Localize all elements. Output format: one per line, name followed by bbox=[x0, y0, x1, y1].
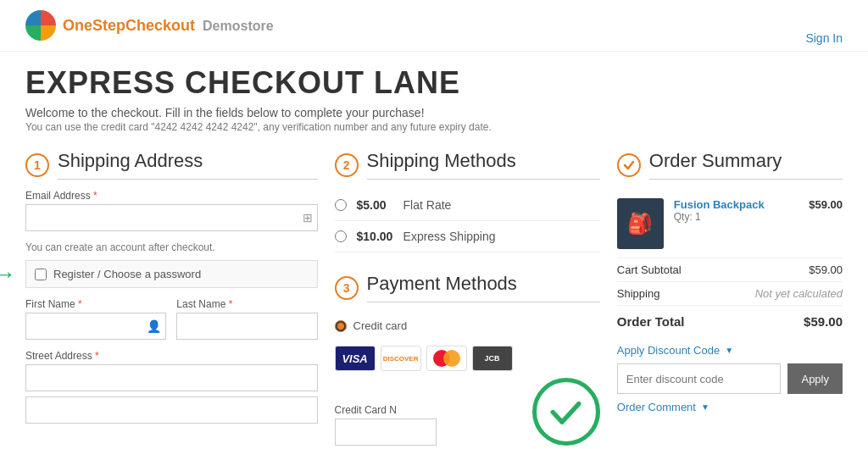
section-title-payment: Payment Methods bbox=[367, 273, 600, 302]
register-checkbox[interactable] bbox=[35, 269, 47, 280]
express-price: $10.00 bbox=[357, 230, 403, 243]
account-hint: You can create an account after checkout… bbox=[25, 241, 318, 253]
discount-input-row: Apply bbox=[617, 363, 843, 394]
shipping-row-value: Not yet calculated bbox=[755, 287, 843, 300]
first-name-group: First Name * 👤 bbox=[25, 298, 166, 340]
step-badge-1: 1 bbox=[25, 153, 49, 177]
order-total-label: Order Total bbox=[617, 314, 685, 329]
order-item: 🎒 Fusion Backpack Qty: 1 $59.00 bbox=[617, 190, 843, 258]
street-inputs bbox=[25, 364, 318, 424]
page-title: EXPRESS CHECKOUT LANE bbox=[25, 65, 843, 101]
shipping-row: Shipping Not yet calculated bbox=[617, 282, 843, 306]
logo-brand: OneStepCheckout bbox=[63, 17, 195, 34]
email-input-wrapper: ⊞ bbox=[25, 204, 318, 231]
last-name-label: Last Name * bbox=[176, 298, 317, 310]
order-summary-section: Order Summary 🎒 Fusion Backpack Qty: 1 $… bbox=[617, 150, 843, 446]
shipping-row-label: Shipping bbox=[617, 287, 660, 300]
item-qty: Qty: 1 bbox=[674, 211, 809, 223]
order-comment-toggle[interactable]: Order Comment ▼ bbox=[617, 401, 843, 413]
payment-option-cc: Credit card bbox=[335, 313, 600, 339]
page-subtitle: Welcome to the checkout. Fill in the fie… bbox=[25, 106, 843, 119]
flat-rate-name: Flat Rate bbox=[403, 198, 452, 212]
street-label: Street Address * bbox=[25, 350, 318, 362]
shipping-option-flat: $5.00 Flat Rate bbox=[335, 190, 600, 221]
discount-section: Apply Discount Code ▼ Apply bbox=[617, 344, 843, 394]
svg-point-1 bbox=[443, 350, 460, 367]
discount-chevron-icon: ▼ bbox=[725, 346, 733, 355]
apply-discount-button[interactable]: Apply bbox=[787, 363, 843, 394]
checkmark-circle bbox=[532, 378, 600, 446]
check-icon bbox=[623, 159, 635, 171]
order-total-value: $59.00 bbox=[804, 314, 843, 329]
last-name-group: Last Name * bbox=[176, 298, 317, 340]
step-badge-2: 2 bbox=[335, 153, 359, 177]
first-name-input[interactable] bbox=[25, 313, 166, 340]
item-name: Fusion Backpack bbox=[674, 198, 809, 211]
shipping-radio-express[interactable] bbox=[335, 230, 347, 242]
section-header-shipping: 2 Shipping Methods bbox=[335, 150, 600, 180]
express-name: Express Shipping bbox=[403, 230, 496, 243]
person-icon: 👤 bbox=[147, 319, 161, 333]
name-row: First Name * 👤 Last Name * bbox=[25, 298, 318, 350]
item-details: Fusion Backpack Qty: 1 bbox=[674, 198, 809, 223]
register-row: → Register / Choose a password bbox=[25, 260, 318, 288]
cart-subtotal-row: Cart Subtotal $59.00 bbox=[617, 258, 843, 282]
credit-card-number-row: Credit Card N bbox=[335, 378, 600, 446]
shipping-option-express: $10.00 Express Shipping bbox=[335, 221, 600, 252]
payment-label-cc: Credit card bbox=[353, 319, 408, 332]
section-header-address: 1 Shipping Address bbox=[25, 150, 318, 180]
order-comment-chevron-icon: ▼ bbox=[701, 402, 709, 412]
order-total-row: Order Total $59.00 bbox=[617, 306, 843, 334]
cc-number-label: Credit Card N bbox=[335, 404, 490, 416]
step-badge-check bbox=[617, 153, 641, 177]
shipping-address-section: 1 Shipping Address Email Address * ⊞ You… bbox=[25, 150, 318, 446]
discount-toggle[interactable]: Apply Discount Code ▼ bbox=[617, 344, 843, 357]
cc-hint: You can use the credit card "4242 4242 4… bbox=[25, 121, 843, 133]
order-comment-label: Order Comment bbox=[617, 401, 696, 413]
shipping-radio-flat[interactable] bbox=[335, 199, 347, 211]
mastercard-logo bbox=[426, 346, 467, 371]
arrow-icon: → bbox=[0, 261, 16, 288]
step-badge-3: 3 bbox=[335, 276, 359, 300]
discount-input[interactable] bbox=[617, 363, 782, 394]
email-icon: ⊞ bbox=[303, 211, 313, 224]
first-name-label: First Name * bbox=[25, 298, 166, 310]
discount-toggle-label: Apply Discount Code bbox=[617, 344, 720, 357]
discover-logo: DISCOVER bbox=[381, 346, 421, 371]
visa-logo: VISA bbox=[335, 346, 376, 371]
methods-section: 2 Shipping Methods $5.00 Flat Rate $10.0… bbox=[335, 150, 600, 446]
cc-number-input[interactable] bbox=[335, 419, 437, 446]
header: OneStepCheckout Demostore bbox=[0, 0, 868, 52]
section-title-shipping: Shipping Methods bbox=[367, 150, 600, 180]
demostore-label: Demostore bbox=[203, 19, 274, 33]
item-image: 🎒 bbox=[617, 198, 664, 249]
street-group: Street Address * bbox=[25, 350, 318, 424]
payment-radio-cc[interactable] bbox=[335, 320, 347, 332]
cart-subtotal-label: Cart Subtotal bbox=[617, 263, 682, 276]
main-container: Sign In EXPRESS CHECKOUT LANE Welcome to… bbox=[0, 65, 868, 446]
other-card-logo: JCB bbox=[472, 346, 513, 371]
order-comment-section: Order Comment ▼ bbox=[617, 401, 843, 413]
section-header-summary: Order Summary bbox=[617, 150, 843, 180]
email-label: Email Address * bbox=[25, 190, 318, 202]
item-price: $59.00 bbox=[809, 198, 843, 211]
columns-layout: 1 Shipping Address Email Address * ⊞ You… bbox=[25, 150, 843, 446]
register-label: Register / Choose a password bbox=[53, 268, 201, 280]
card-logos: VISA DISCOVER JCB bbox=[335, 346, 600, 371]
email-input[interactable] bbox=[25, 204, 318, 231]
logo-icon bbox=[25, 10, 56, 41]
logo-text: OneStepCheckout Demostore bbox=[63, 17, 274, 35]
street-input-2[interactable] bbox=[25, 396, 318, 424]
section-header-payment: 3 Payment Methods bbox=[335, 273, 600, 302]
cart-subtotal-value: $59.00 bbox=[809, 263, 843, 276]
email-group: Email Address * ⊞ bbox=[25, 190, 318, 231]
section-title-address: Shipping Address bbox=[58, 150, 318, 180]
flat-rate-price: $5.00 bbox=[357, 198, 403, 212]
backpack-icon: 🎒 bbox=[627, 212, 653, 236]
section-title-summary: Order Summary bbox=[649, 150, 843, 180]
checkmark-icon bbox=[547, 393, 585, 431]
last-name-input[interactable] bbox=[176, 313, 317, 340]
sign-in-link[interactable]: Sign In bbox=[805, 31, 843, 45]
street-input-1[interactable] bbox=[25, 364, 318, 391]
